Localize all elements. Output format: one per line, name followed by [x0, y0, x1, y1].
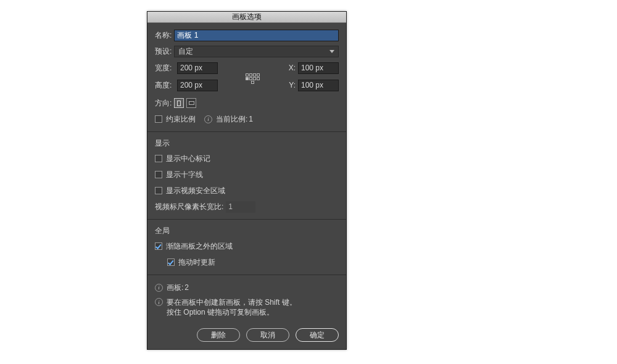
- show-safe-row: 显示视频安全区域: [155, 184, 339, 197]
- drag-update-checkbox[interactable]: [167, 259, 175, 266]
- show-safe-label: 显示视频安全区域: [166, 186, 225, 196]
- artboard-options-dialog: 画板选项 名称: 预设: 自定 宽度: 高度:: [147, 11, 347, 350]
- pixel-ratio-label: 视频标尺像素长宽比:: [155, 202, 223, 212]
- x-row: X:: [287, 61, 339, 75]
- preset-label: 预设:: [155, 46, 172, 57]
- artboards-value: 2: [184, 283, 189, 292]
- height-label: 高度:: [155, 80, 175, 91]
- display-header: 显示: [155, 138, 336, 149]
- constrain-label: 约束比例: [166, 114, 196, 125]
- divider: [147, 219, 346, 220]
- y-label: Y:: [287, 81, 296, 89]
- show-center-label: 显示中心标记: [166, 154, 210, 164]
- x-input[interactable]: [298, 62, 339, 74]
- drag-update-label: 拖动时更新: [178, 257, 215, 268]
- preset-value: 自定: [178, 46, 193, 57]
- fade-checkbox[interactable]: [155, 242, 162, 250]
- pixel-ratio-value: [226, 201, 255, 213]
- info-icon: i: [155, 284, 163, 292]
- hint-line-2: 按住 Option 键拖动可复制画板。: [167, 307, 297, 317]
- width-row: 宽度:: [155, 61, 218, 75]
- width-input[interactable]: [177, 62, 218, 74]
- global-header: 全局: [155, 226, 336, 236]
- preset-select[interactable]: 自定: [174, 46, 339, 57]
- ok-button[interactable]: 确定: [296, 328, 339, 342]
- height-row: 高度:: [155, 78, 218, 92]
- delete-button[interactable]: 删除: [197, 328, 240, 342]
- show-cross-row: 显示十字线: [155, 168, 339, 181]
- x-label: X:: [287, 64, 296, 72]
- height-input[interactable]: [177, 80, 218, 91]
- orientation-landscape-button[interactable]: [186, 98, 196, 108]
- name-input[interactable]: [174, 30, 339, 41]
- name-row: 名称:: [155, 29, 339, 41]
- preset-row: 预设: 自定: [155, 45, 339, 57]
- show-cross-checkbox[interactable]: [155, 171, 162, 178]
- info-icon: i: [155, 298, 163, 306]
- hint-line-1: 要在画板中创建新画板，请按 Shift 键。: [167, 297, 297, 307]
- hint-row: i 要在画板中创建新画板，请按 Shift 键。 按住 Option 键拖动可复…: [155, 297, 339, 317]
- pixel-ratio-row: 视频标尺像素长宽比:: [155, 201, 339, 213]
- divider: [147, 275, 346, 275]
- orientation-row: 方向:: [155, 97, 339, 109]
- drag-update-row: 拖动时更新: [155, 256, 339, 268]
- dialog-body: 名称: 预设: 自定 宽度: 高度:: [147, 23, 346, 349]
- constrain-row: 约束比例 i 当前比例: 1: [155, 113, 339, 125]
- width-label: 宽度:: [155, 63, 175, 73]
- ratio-value: 1: [249, 115, 253, 123]
- name-label: 名称:: [155, 30, 172, 41]
- button-row: 删除 取消 确定: [155, 328, 339, 342]
- artboards-label: 画板:: [167, 283, 183, 293]
- ratio-label: 当前比例:: [216, 114, 247, 125]
- show-cross-label: 显示十字线: [166, 170, 203, 180]
- dialog-title: 画板选项: [232, 12, 262, 22]
- orientation-portrait-button[interactable]: [174, 98, 184, 108]
- info-icon: i: [204, 115, 212, 123]
- reference-point-grid[interactable]: [245, 71, 260, 86]
- y-input[interactable]: [298, 80, 339, 91]
- orientation-label: 方向:: [155, 98, 172, 109]
- divider: [147, 131, 346, 132]
- constrain-checkbox[interactable]: [155, 115, 162, 123]
- dialog-titlebar[interactable]: 画板选项: [147, 12, 346, 23]
- y-row: Y:: [287, 78, 339, 92]
- chevron-down-icon: [329, 50, 334, 53]
- artboards-count-row: i 画板: 2: [155, 281, 339, 294]
- show-safe-checkbox[interactable]: [155, 187, 162, 194]
- show-center-row: 显示中心标记: [155, 152, 339, 165]
- fade-label: 渐隐画板之外的区域: [166, 241, 233, 252]
- cancel-button[interactable]: 取消: [246, 328, 289, 342]
- fade-row: 渐隐画板之外的区域: [155, 240, 339, 252]
- show-center-checkbox[interactable]: [155, 155, 162, 162]
